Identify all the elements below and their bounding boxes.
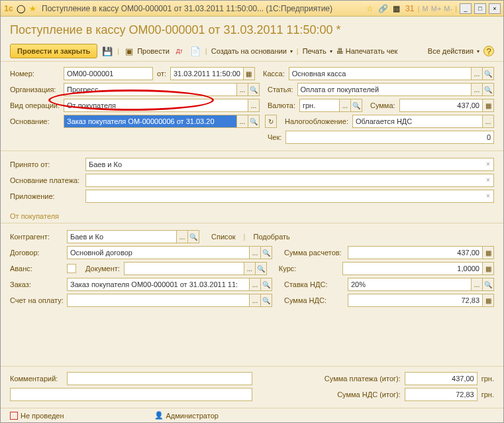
comment-input-2[interactable] xyxy=(10,388,252,401)
favorite-icon[interactable]: ★ xyxy=(27,3,38,14)
search-icon[interactable]: 🔍 xyxy=(248,115,260,128)
clear-icon[interactable]: × xyxy=(483,159,493,168)
unit-label: грн. xyxy=(481,391,494,398)
check-label: Чек: xyxy=(268,133,281,141)
basis-label: Основание: xyxy=(10,117,60,125)
search-icon[interactable]: 🔍 xyxy=(260,278,272,291)
report-icon[interactable]: 📄 xyxy=(189,45,201,57)
clear-icon[interactable]: × xyxy=(483,191,493,200)
received-input[interactable]: Баев и Ко xyxy=(85,158,494,171)
select-icon[interactable]: ... xyxy=(339,99,351,112)
search-icon[interactable]: 🔍 xyxy=(482,278,494,291)
tax-input[interactable]: Облагается НДС xyxy=(352,115,482,128)
tb-calc-icon[interactable]: ▦ xyxy=(391,3,402,14)
attachment-input[interactable] xyxy=(85,190,494,203)
form-body: Номер: ОМ00-000001 от: 31.03.2011 11:50:… xyxy=(1,62,503,149)
admin-status: 👤Администратор xyxy=(154,411,219,420)
select-icon[interactable]: ... xyxy=(471,83,483,96)
select-icon[interactable]: ... xyxy=(236,83,248,96)
not-posted-icon xyxy=(10,412,18,420)
minimize-button[interactable]: _ xyxy=(460,3,472,14)
tb-calendar-icon[interactable]: 31 xyxy=(405,3,415,14)
search-icon[interactable]: 🔍 xyxy=(260,294,272,307)
search-icon[interactable]: 🔍 xyxy=(260,246,272,259)
calc-m[interactable]: M xyxy=(423,5,428,13)
help-icon[interactable]: ? xyxy=(483,46,494,56)
org-input[interactable]: Прогресс xyxy=(64,83,236,96)
search-icon[interactable]: 🔍 xyxy=(482,67,494,80)
number-input[interactable]: ОМ00-000001 xyxy=(64,67,153,80)
print-check-button[interactable]: 🖶Напечатать чек xyxy=(336,47,398,55)
pay-basis-input[interactable] xyxy=(85,174,494,187)
order-label: Заказ: xyxy=(10,280,63,288)
select-icon[interactable]: ... xyxy=(249,278,261,291)
tax-label: Налогообложение: xyxy=(285,117,348,125)
save-icon[interactable]: 💾 xyxy=(101,45,113,57)
print-button[interactable]: Печать xyxy=(303,47,332,55)
select-icon[interactable]: ... xyxy=(176,230,188,243)
select-icon[interactable]: ... xyxy=(482,115,494,128)
select-icon[interactable]: ... xyxy=(244,262,256,275)
calendar-icon[interactable]: ▦ xyxy=(243,67,255,80)
order-input[interactable]: Заказ покупателя ОМ00-000001 от 31.03.20… xyxy=(67,278,249,291)
doc-input[interactable] xyxy=(124,262,244,275)
invoice-input[interactable] xyxy=(67,294,249,307)
article-input[interactable]: Оплата от покупателей xyxy=(297,83,471,96)
search-icon[interactable]: 🔍 xyxy=(248,83,260,96)
create-based-button[interactable]: Создать на основании xyxy=(211,47,293,55)
statusbar: Не проведен 👤Администратор xyxy=(1,408,503,422)
calc-sum-label: Сумма расчетов: xyxy=(284,249,344,257)
calc-icon[interactable]: ▦ xyxy=(482,99,494,112)
calc-icon[interactable]: ▦ xyxy=(482,294,494,307)
calc-icon[interactable]: ▦ xyxy=(482,246,494,259)
currency-input[interactable]: грн. xyxy=(299,99,339,112)
select-icon[interactable]: ... xyxy=(249,246,261,259)
advance-checkbox[interactable] xyxy=(67,264,76,273)
vat-sum-input[interactable]: 72,83 xyxy=(348,294,482,307)
tb-link-icon[interactable]: 🔗 xyxy=(378,3,389,14)
page-header: Поступление в кассу ОМ00-000001 от 31.03… xyxy=(1,17,503,41)
date-input[interactable]: 31.03.2011 11:50:00 xyxy=(170,67,243,80)
contract-input[interactable]: Основной договор xyxy=(67,246,249,259)
tb-fav-icon[interactable]: ☆ xyxy=(365,3,376,14)
rate-input[interactable]: 1,0000 xyxy=(342,262,482,275)
calc-icon[interactable]: ▦ xyxy=(482,262,494,275)
search-icon[interactable]: 🔍 xyxy=(350,99,362,112)
select-icon[interactable]: ... xyxy=(471,278,483,291)
counterparty-input[interactable]: Баев и Ко xyxy=(67,230,176,243)
comment-input[interactable] xyxy=(67,372,252,385)
search-icon[interactable]: 🔍 xyxy=(255,262,267,275)
nav-back-icon[interactable]: ◯ xyxy=(15,3,26,14)
maximize-button[interactable]: □ xyxy=(474,3,486,14)
pay-basis-label: Основание платежа: xyxy=(10,176,81,184)
close-button[interactable]: × xyxy=(489,3,501,14)
search-icon[interactable]: 🔍 xyxy=(482,83,494,96)
select-link[interactable]: Подобрать xyxy=(253,233,289,241)
list-link[interactable]: Список xyxy=(211,233,236,241)
calc-mplus[interactable]: M+ xyxy=(431,5,442,13)
org-label: Организация: xyxy=(10,86,60,93)
kassa-input[interactable]: Основная касса xyxy=(289,67,471,80)
select-icon[interactable]: ... xyxy=(248,99,260,112)
select-icon[interactable]: ... xyxy=(249,294,261,307)
dt-kt-icon[interactable]: Дт xyxy=(174,45,185,57)
all-actions-button[interactable]: Все действия xyxy=(428,47,479,55)
calc-sum-input[interactable]: 437,00 xyxy=(348,246,482,259)
basis-input[interactable]: Заказ покупателя ОМ-00000006 от 31.03.20 xyxy=(64,115,236,128)
refresh-icon[interactable]: ↻ xyxy=(265,115,277,128)
select-icon[interactable]: ... xyxy=(471,67,483,80)
not-posted-status: Не проведен xyxy=(10,412,64,420)
clear-icon[interactable]: × xyxy=(483,175,493,184)
sum-input[interactable]: 437,00 xyxy=(399,99,482,112)
search-icon[interactable]: 🔍 xyxy=(187,230,199,243)
attachment-label: Приложение: xyxy=(10,192,81,200)
check-input[interactable]: 0 xyxy=(285,131,494,144)
vat-rate-input[interactable]: 20% xyxy=(348,278,471,291)
post-button[interactable]: ▣Провести xyxy=(123,45,170,57)
op-type-input[interactable]: От покупателя xyxy=(64,99,248,112)
select-icon[interactable]: ... xyxy=(236,115,248,128)
total-label: Сумма платежа (итог): xyxy=(325,375,401,383)
post-and-close-button[interactable]: Провести и закрыть xyxy=(10,44,97,58)
received-label: Принято от: xyxy=(10,160,81,168)
calc-mminus[interactable]: M- xyxy=(444,5,452,13)
